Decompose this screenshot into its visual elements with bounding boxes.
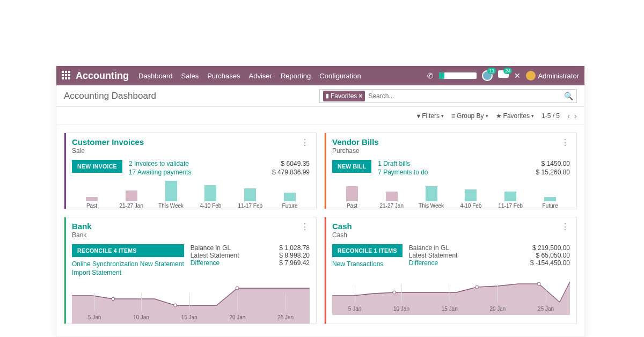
sub-header: Accounting Dashboard ▮ Favorites × 🔍 (56, 85, 584, 107)
nav-dashboard[interactable]: Dashboard (138, 72, 173, 80)
pager-next[interactable]: › (574, 111, 577, 120)
card-menu-icon[interactable]: ⋮ (301, 137, 310, 155)
debug-icon[interactable]: ✕ (514, 71, 521, 80)
card-title[interactable]: Customer Invoices (72, 137, 144, 146)
favorites-button[interactable]: ★Favorites▾ (496, 112, 534, 120)
nav-purchases[interactable]: Purchases (207, 72, 240, 80)
dashboard-grid: Customer Invoices Sale ⋮ NEW INVOICE 2 I… (56, 125, 584, 332)
card-subtitle: Purchase (332, 147, 379, 155)
nav-sales[interactable]: Sales (181, 72, 199, 80)
card-title[interactable]: Cash (332, 222, 352, 231)
svg-point-1 (112, 297, 115, 301)
svg-point-7 (537, 282, 540, 285)
page-title: Accounting Dashboard (64, 91, 156, 101)
bills-bar-chart: Past 21-27 Jan This Week 4-10 Feb 11-17 … (332, 179, 570, 209)
pager-text: 1-5 / 5 (541, 112, 560, 120)
reconcile-bank-button[interactable]: RECONCILE 4 ITEMS (72, 244, 184, 257)
search-toolbar: ▾Filters▾ ≡Group By▾ ★Favorites▾ 1-5 / 5… (56, 107, 584, 125)
invoices-bar-chart: Past 21-27 Jan This Week 4-10 Feb 11-17 … (72, 179, 310, 209)
bank-line-chart: 5 Jan10 Jan15 Jan20 Jan25 Jan (72, 281, 310, 324)
progress-bar (439, 72, 477, 79)
link-import-statement[interactable]: Import Statement (72, 269, 184, 276)
search-input[interactable] (368, 92, 564, 100)
card-menu-icon[interactable]: ⋮ (561, 137, 570, 155)
card-cash: Cash Cash ⋮ RECONCILE 1 ITEMS New Transa… (324, 217, 577, 324)
groupby-button[interactable]: ≡Group By▾ (451, 112, 488, 120)
card-title[interactable]: Bank (72, 222, 92, 231)
messages-icon[interactable]: 24 (498, 70, 509, 81)
svg-point-6 (475, 285, 479, 289)
card-menu-icon[interactable]: ⋮ (561, 222, 570, 239)
card-subtitle: Bank (72, 231, 92, 239)
nav-reporting[interactable]: Reporting (281, 72, 311, 80)
link-invoices-validate[interactable]: 2 Invoices to validate (129, 160, 192, 167)
card-subtitle: Sale (72, 147, 144, 155)
link-draft-bills[interactable]: 1 Draft bills (378, 160, 428, 167)
link-new-transactions[interactable]: New Transactions (332, 260, 402, 268)
favorites-chip[interactable]: ▮ Favorites × (323, 91, 365, 101)
reconcile-cash-button[interactable]: RECONCILE 1 ITEMS (332, 244, 402, 257)
top-bar: Accounting Dashboard Sales Purchases Adv… (56, 66, 584, 85)
phone-icon[interactable]: ✆ (427, 71, 435, 80)
chip-remove-icon[interactable]: × (358, 92, 362, 100)
link-awaiting-payments[interactable]: 17 Awaiting payments (129, 169, 192, 176)
nav-configuration[interactable]: Configuration (319, 72, 361, 80)
user-menu[interactable]: Administrator (526, 71, 579, 80)
card-title[interactable]: Vendor Bills (332, 137, 379, 146)
card-bank: Bank Bank ⋮ RECONCILE 4 ITEMS Online Syn… (64, 217, 317, 324)
cash-line-chart: 5 Jan10 Jan15 Jan20 Jan25 Jan (332, 272, 570, 315)
main-nav: Dashboard Sales Purchases Adviser Report… (138, 72, 361, 80)
activities-icon[interactable]: 11 (482, 70, 493, 81)
card-subtitle: Cash (332, 231, 352, 239)
card-menu-icon[interactable]: ⋮ (301, 222, 310, 239)
link-online-sync[interactable]: Online Synchronization New Statement (72, 260, 184, 268)
svg-point-3 (236, 287, 239, 290)
pager-prev[interactable]: ‹ (567, 111, 570, 120)
svg-point-5 (393, 291, 396, 294)
avatar (526, 71, 536, 80)
search-bar[interactable]: ▮ Favorites × 🔍 (319, 89, 577, 103)
apps-icon[interactable] (62, 71, 71, 80)
link-payments-todo[interactable]: 7 Payments to do (378, 169, 428, 176)
card-customer-invoices: Customer Invoices Sale ⋮ NEW INVOICE 2 I… (64, 133, 317, 209)
new-invoice-button[interactable]: NEW INVOICE (72, 160, 122, 173)
card-vendor-bills: Vendor Bills Purchase ⋮ NEW BILL 1 Draft… (324, 133, 577, 209)
search-icon[interactable]: 🔍 (564, 92, 573, 100)
new-bill-button[interactable]: NEW BILL (332, 160, 371, 173)
nav-adviser[interactable]: Adviser (249, 72, 272, 80)
svg-point-2 (174, 304, 177, 307)
brand: Accounting (76, 70, 129, 82)
filters-button[interactable]: ▾Filters▾ (417, 112, 444, 120)
